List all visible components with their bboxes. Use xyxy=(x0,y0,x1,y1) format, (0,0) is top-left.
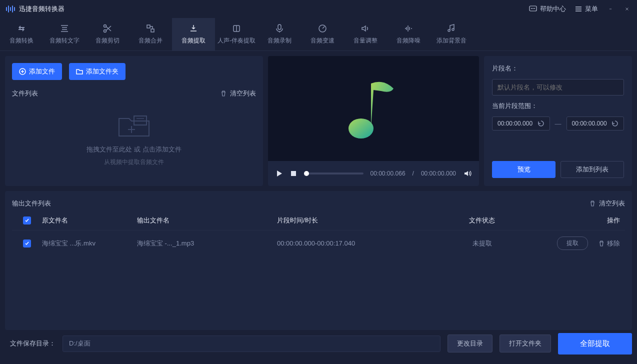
svg-point-2 xyxy=(532,8,534,9)
stop-button[interactable] xyxy=(290,170,297,177)
reset-icon[interactable] xyxy=(612,120,618,127)
preview-panel: 00:00:00.066 / 00:00:00.000 xyxy=(268,56,479,186)
footer: 文件保存目录： 更改目录 打开文件夹 全部提取 xyxy=(0,330,637,357)
segment-panel: 片段名： 当前片段范围： 00:00:00.000 — 00:00:00.000… xyxy=(484,56,632,186)
svg-point-1 xyxy=(531,8,532,9)
volume-icon xyxy=(360,24,370,34)
svg-point-3 xyxy=(534,8,535,9)
row-source-name: 海绵宝宝 ...乐.mkv xyxy=(42,239,137,248)
progress-slider[interactable] xyxy=(304,172,364,174)
music-note-icon xyxy=(346,76,401,141)
convert-icon xyxy=(16,24,26,34)
trash-icon xyxy=(220,90,227,97)
nav-audio-merge[interactable]: 音频合并 xyxy=(129,18,172,51)
segment-range-label: 当前片段范围： xyxy=(492,102,624,110)
range-start-input[interactable]: 00:00:00.000 xyxy=(492,116,550,130)
nav-audio-cut[interactable]: 音频剪切 xyxy=(86,18,129,51)
total-time: 00:00:00.000 xyxy=(421,170,456,177)
segment-name-label: 片段名： xyxy=(492,64,624,73)
close-button[interactable] xyxy=(623,5,631,13)
app-logo-icon xyxy=(6,6,15,12)
preview-area xyxy=(268,56,479,161)
output-dir-input[interactable] xyxy=(62,336,440,352)
volume-button[interactable] xyxy=(463,169,472,178)
svg-rect-9 xyxy=(278,24,281,30)
app-title: 迅捷音频转换器 xyxy=(19,4,64,14)
nav-audio-record[interactable]: 音频录制 xyxy=(258,18,301,51)
segment-name-input[interactable] xyxy=(492,79,624,96)
merge-icon xyxy=(146,24,156,34)
nav-noise-reduce[interactable]: 音频降噪 xyxy=(387,18,430,51)
row-extract-button[interactable]: 提取 xyxy=(557,236,588,250)
select-all-checkbox[interactable] xyxy=(23,216,31,224)
bgm-icon xyxy=(446,24,456,34)
nav-volume-adjust[interactable]: 音量调整 xyxy=(344,18,387,51)
nav-tabs: 音频转换 音频转文字 音频剪切 音频合并 音频提取 人声-伴奏提取 音频录制 音… xyxy=(0,18,637,51)
dropzone-sub: 从视频中提取音频文件 xyxy=(104,158,164,166)
change-dir-button[interactable]: 更改目录 xyxy=(448,334,492,352)
vocal-icon xyxy=(232,24,242,34)
row-remove-button[interactable]: 移除 xyxy=(598,239,620,248)
open-folder-button[interactable]: 打开文件夹 xyxy=(500,334,551,352)
row-checkbox[interactable] xyxy=(23,240,31,248)
range-end-input[interactable]: 00:00:00.000 xyxy=(566,116,624,130)
help-center-button[interactable]: 帮助中心 xyxy=(529,4,566,14)
add-folder-button[interactable]: 添加文件夹 xyxy=(69,63,126,80)
plus-circle-icon xyxy=(19,68,26,75)
nav-add-bgm[interactable]: 添加背景音 xyxy=(430,18,473,51)
extract-icon xyxy=(188,24,198,34)
add-file-button[interactable]: 添加文件 xyxy=(12,63,62,80)
row-output-name: 海绵宝宝 -..._1.mp3 xyxy=(137,239,277,248)
current-time: 00:00:00.066 xyxy=(370,170,406,177)
text-icon xyxy=(60,24,70,34)
row-segment-time: 00:00:00.000-00:00:17.040 xyxy=(277,240,447,247)
output-list-panel: 输出文件列表 清空列表 原文件名 输出文件名 片段时间/时长 文件状态 操作 海… xyxy=(5,191,632,330)
extract-all-button[interactable]: 全部提取 xyxy=(558,333,632,354)
nav-audio-extract[interactable]: 音频提取 xyxy=(172,18,215,51)
svg-point-13 xyxy=(348,118,374,138)
file-list-title: 文件列表 xyxy=(12,89,38,98)
nav-audio-convert[interactable]: 音频转换 xyxy=(0,18,43,51)
svg-rect-7 xyxy=(151,29,154,32)
preview-button[interactable]: 预览 xyxy=(492,161,556,178)
play-button[interactable] xyxy=(275,170,283,178)
menu-button[interactable]: 菜单 xyxy=(575,4,598,14)
reset-icon[interactable] xyxy=(538,120,544,127)
output-dir-label: 文件保存目录： xyxy=(10,339,56,348)
nav-audio-to-text[interactable]: 音频转文字 xyxy=(43,18,86,51)
output-table-header: 原文件名 输出文件名 片段时间/时长 文件状态 操作 xyxy=(12,211,625,230)
minimize-button[interactable] xyxy=(607,6,614,12)
file-list-panel: 添加文件 添加文件夹 文件列表 清空列表 拖拽文件至此处 或 点击添加文件 从视… xyxy=(5,56,263,186)
nav-vocal-separate[interactable]: 人声-伴奏提取 xyxy=(215,18,258,51)
folder-add-icon xyxy=(114,111,154,141)
clear-file-list-button[interactable]: 清空列表 xyxy=(220,89,256,98)
chat-icon xyxy=(529,5,537,13)
scissors-icon xyxy=(102,24,112,34)
titlebar: 迅捷音频转换器 帮助中心 菜单 xyxy=(0,0,637,18)
trash-icon xyxy=(598,240,605,247)
svg-rect-6 xyxy=(147,25,150,28)
trash-icon xyxy=(589,200,596,207)
add-to-list-button[interactable]: 添加到列表 xyxy=(560,161,624,178)
svg-rect-14 xyxy=(291,171,296,176)
hamburger-icon xyxy=(575,6,582,12)
dropzone-hint: 拖拽文件至此处 或 点击添加文件 xyxy=(86,145,181,154)
row-status: 未提取 xyxy=(447,239,517,248)
file-dropzone[interactable]: 拖拽文件至此处 或 点击添加文件 从视频中提取音频文件 xyxy=(12,98,256,179)
folder-icon xyxy=(76,68,83,75)
mic-icon xyxy=(274,24,284,34)
noise-icon xyxy=(404,24,414,34)
clear-output-button[interactable]: 清空列表 xyxy=(589,199,625,208)
speed-icon xyxy=(318,24,328,34)
output-list-title: 输出文件列表 xyxy=(12,199,51,208)
nav-audio-speed[interactable]: 音频变速 xyxy=(301,18,344,51)
output-table-row: 海绵宝宝 ...乐.mkv 海绵宝宝 -..._1.mp3 00:00:00.0… xyxy=(12,230,625,256)
